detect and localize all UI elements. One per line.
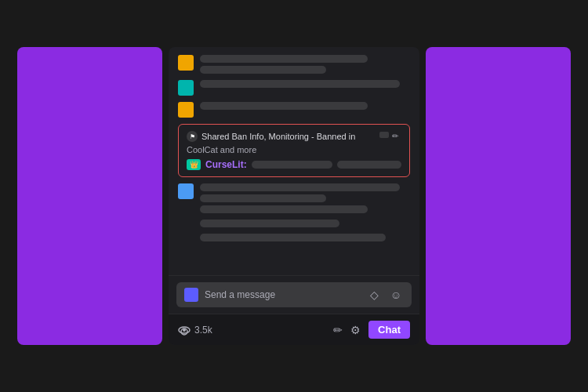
message-line	[200, 234, 386, 241]
message-line	[200, 55, 368, 63]
screen: ⚑ Shared Ban Info, Monitoring - Banned i…	[0, 0, 588, 392]
flag-sm-icon	[379, 132, 389, 138]
chat-panel: ⚑ Shared Ban Info, Monitoring - Banned i…	[169, 47, 419, 345]
list-item	[178, 183, 410, 213]
flag-title: Shared Ban Info, Monitoring - Banned in	[201, 132, 355, 141]
message-line	[252, 161, 332, 169]
chat-input-area: Send a message ◇ ☺	[169, 275, 419, 314]
input-avatar	[184, 288, 198, 302]
eye-icon	[178, 324, 191, 336]
right-panel	[426, 47, 571, 345]
list-item	[178, 234, 410, 241]
message-line	[200, 194, 326, 202]
flag-subtitle: CoolCat and more	[187, 145, 401, 154]
avatar	[178, 183, 194, 199]
message-line	[200, 102, 368, 110]
pencil-icon[interactable]: ✏	[333, 324, 343, 336]
message-line	[200, 183, 400, 191]
chat-button[interactable]: Chat	[368, 321, 410, 339]
edit-icon: ✏	[392, 132, 401, 141]
list-item	[178, 220, 410, 227]
chat-messages: ⚑ Shared Ban Info, Monitoring - Banned i…	[169, 47, 419, 275]
viewer-count-value: 3.5k	[194, 325, 212, 336]
emoji-icon[interactable]: ☺	[388, 287, 404, 303]
crown-badge: 👑	[187, 159, 201, 170]
message-line	[337, 161, 401, 169]
avatar	[178, 102, 194, 118]
message-line	[200, 80, 400, 88]
send-message-placeholder: Send a message	[205, 289, 360, 300]
gear-icon[interactable]: ⚙	[350, 324, 361, 336]
flag-icon: ⚑	[187, 131, 198, 142]
list-item	[178, 102, 410, 118]
viewer-count: 3.5k	[178, 324, 212, 336]
message-line	[200, 66, 326, 74]
svg-point-2	[183, 328, 186, 332]
avatar	[178, 80, 194, 96]
avatar	[178, 55, 194, 71]
flagged-username: CurseLit:	[205, 159, 247, 170]
list-item	[178, 55, 410, 74]
chat-bottom-bar: 3.5k ✏ ⚙ Chat	[169, 314, 419, 345]
list-item	[178, 80, 410, 96]
message-line	[200, 220, 339, 227]
message-line	[200, 205, 368, 213]
bottom-actions: ✏ ⚙ Chat	[333, 321, 410, 339]
flagged-message: ⚑ Shared Ban Info, Monitoring - Banned i…	[178, 124, 410, 177]
points-icon[interactable]: ◇	[366, 287, 382, 303]
left-panel	[17, 47, 162, 345]
chat-input-row[interactable]: Send a message ◇ ☺	[176, 282, 412, 307]
